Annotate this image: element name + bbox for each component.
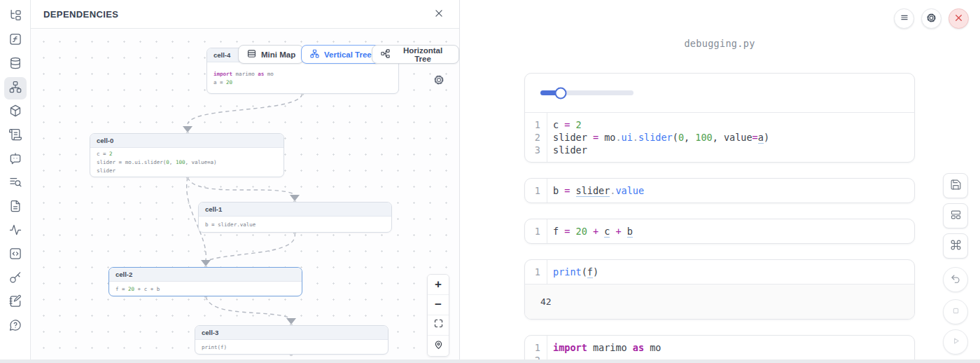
horizontal-tree-label: Horizontal Tree <box>395 46 451 63</box>
close-icon <box>434 8 444 20</box>
graph-node-code: c = 2slider = mo.ui.slider(0, 100, value… <box>90 148 284 177</box>
graph-node-cell-3[interactable]: cell-3print(f) <box>195 325 388 355</box>
line-number: 3 <box>525 144 540 156</box>
chat-bot-icon <box>8 151 22 168</box>
graph-node-code: f = 20 + c + b <box>109 282 302 296</box>
file-text-icon <box>8 199 22 216</box>
graph-node-title: cell-2 <box>109 268 302 282</box>
window-bottom-scrollbar[interactable] <box>0 359 980 363</box>
sidebar-item-packages[interactable] <box>4 101 27 123</box>
key-icon <box>8 270 22 287</box>
undo-button[interactable] <box>943 267 968 292</box>
sidebar-item-logs[interactable] <box>4 125 27 147</box>
undo-icon <box>950 273 961 287</box>
line-number-gutter: 1 <box>525 219 547 243</box>
zoom-in-button[interactable]: + <box>428 275 449 295</box>
sidebar <box>0 0 31 363</box>
horizontal-tree-button[interactable]: Horizontal Tree <box>372 45 459 64</box>
minimap-button[interactable]: Mini Map <box>238 45 304 64</box>
sidebar-item-variables[interactable] <box>4 29 27 52</box>
sidebar-item-outline[interactable] <box>4 196 27 219</box>
sidebar-item-dependencies[interactable] <box>4 77 27 100</box>
panel-title: DEPENDENCIES <box>43 9 118 20</box>
save-button[interactable] <box>943 173 968 198</box>
layout-button[interactable] <box>943 203 968 228</box>
dependency-graph-icon <box>8 80 22 97</box>
fit-view-icon <box>433 318 444 332</box>
graph-node-code: import marimo as moa = 20 <box>207 62 398 93</box>
notebook-filename: debugging.py <box>524 38 915 49</box>
sidebar-item-help[interactable] <box>4 315 27 338</box>
horizontal-tree-icon <box>380 48 391 60</box>
shortcuts-button[interactable] <box>943 233 968 259</box>
run-button[interactable] <box>943 329 968 355</box>
graph-node-cell-0[interactable]: cell-0c = 2slider = mo.ui.slider(0, 100,… <box>90 133 284 177</box>
code-lines: print(f) <box>547 260 914 284</box>
slider-track[interactable] <box>540 90 634 95</box>
stop-button[interactable] <box>943 299 968 324</box>
notebook-panel: debugging.py 123c = 2slider = mo.ui.slid… <box>460 0 980 363</box>
slider-widget[interactable] <box>525 74 914 113</box>
shutdown-button[interactable] <box>948 8 969 29</box>
code-editor[interactable]: 1b = slider.value <box>525 179 914 203</box>
code-lines: b = slider.value <box>547 179 914 203</box>
save-icon <box>950 179 962 193</box>
sidebar-item-data-sources[interactable] <box>4 53 27 76</box>
vertical-tree-button[interactable]: Vertical Tree <box>301 45 380 64</box>
cell-output: 42 <box>525 284 914 319</box>
dependencies-header: DEPENDENCIES <box>31 0 459 29</box>
code-editor[interactable]: 1print(f) <box>525 260 914 284</box>
command-icon <box>950 239 962 253</box>
activity-icon <box>8 223 22 240</box>
sidebar-item-tracing[interactable] <box>4 220 27 242</box>
notebook-cells: 123c = 2slider = mo.ui.slider(0, 100, va… <box>524 73 915 363</box>
graph-node-code: print(f) <box>195 340 388 354</box>
layout-icon <box>950 209 962 223</box>
scroll-text-icon <box>8 128 22 144</box>
code-lines: f = 20 + c + b <box>547 219 914 243</box>
function-square-icon <box>8 32 22 49</box>
notebook-settings-button[interactable] <box>921 8 941 29</box>
notebook-cell: 12import marimo as mo <box>524 335 915 363</box>
sidebar-item-snippets[interactable] <box>4 244 27 266</box>
graph-node-cell-2[interactable]: cell-2f = 20 + c + b <box>108 267 302 296</box>
close-icon <box>954 13 963 25</box>
close-panel-button[interactable] <box>434 8 444 20</box>
vertical-tree-icon <box>309 48 320 60</box>
package-icon <box>8 104 22 121</box>
notebook-cell: 1print(f)42 <box>524 259 915 320</box>
zoom-out-button[interactable]: − <box>428 295 449 315</box>
graph-settings-button[interactable] <box>433 74 445 88</box>
notebook-side-actions <box>943 173 968 355</box>
graph-zoom-controls: + − <box>427 274 449 357</box>
notebook-pen-icon <box>8 294 22 311</box>
notebook-cell: 1b = slider.value <box>524 178 915 203</box>
notebook-cell: 123c = 2slider = mo.ui.slider(0, 100, va… <box>524 73 915 163</box>
list-search-icon <box>8 175 22 192</box>
code-editor[interactable]: 123c = 2slider = mo.ui.slider(0, 100, va… <box>525 113 914 162</box>
graph-node-cell-1[interactable]: cell-1b = slider.value <box>198 202 392 233</box>
code-lines: c = 2slider = mo.ui.slider(0, 100, value… <box>547 113 914 162</box>
graph-node-title: cell-0 <box>90 134 284 148</box>
slider-thumb[interactable] <box>555 87 567 99</box>
code-editor[interactable]: 1f = 20 + c + b <box>525 219 914 243</box>
sidebar-item-chat[interactable] <box>4 149 27 171</box>
dependency-graph-canvas[interactable]: cell-4import marimo as moa = 20cell-0c =… <box>31 29 459 363</box>
line-number-gutter: 1 <box>525 179 547 203</box>
sidebar-item-scratchpad[interactable] <box>4 292 27 314</box>
line-number: 2 <box>525 131 540 144</box>
line-number-gutter: 123 <box>525 113 547 162</box>
line-number: 1 <box>525 225 540 238</box>
sidebar-item-secrets[interactable] <box>4 268 27 290</box>
locate-node-button[interactable] <box>428 336 449 356</box>
line-number: 1 <box>525 184 540 197</box>
sidebar-item-file-explorer[interactable] <box>4 6 27 28</box>
dependencies-panel: DEPENDENCIES <box>31 0 460 363</box>
sidebar-item-documentation[interactable] <box>4 172 27 195</box>
play-icon <box>950 335 962 349</box>
minimap-label: Mini Map <box>261 50 295 59</box>
pin-icon <box>433 339 444 353</box>
notebook-cell: 1f = 20 + c + b <box>524 219 915 244</box>
fit-view-button[interactable] <box>428 315 449 336</box>
notebook-menu-button[interactable] <box>894 8 914 29</box>
